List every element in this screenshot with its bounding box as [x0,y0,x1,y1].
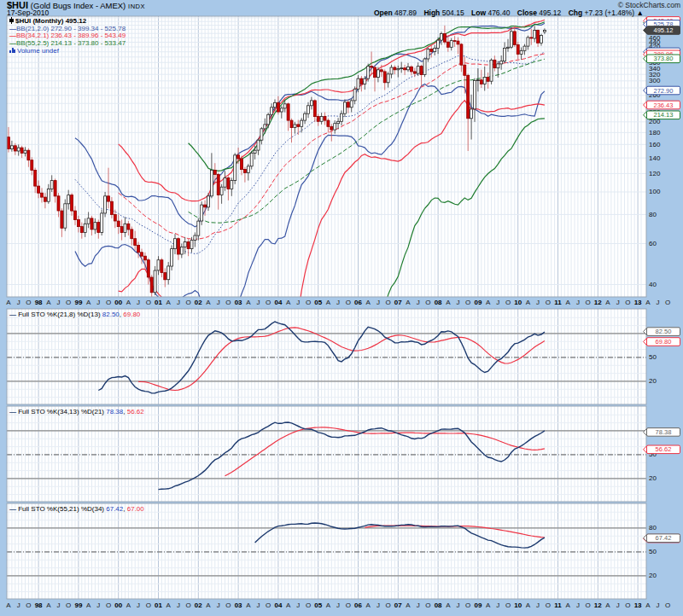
svg-text:A: A [566,601,571,609]
svg-text:J: J [536,601,540,609]
svg-text:J: J [296,299,300,306]
open-value: 487.89 [394,9,417,17]
svg-text:O: O [546,299,551,306]
open-label: Open [374,9,393,17]
stoch3-k-value: 67.42 [106,505,123,513]
svg-text:O: O [505,299,511,306]
svg-text:50: 50 [649,353,657,361]
svg-text:A: A [645,601,651,609]
svg-text:05: 05 [314,299,322,306]
svg-text:20: 20 [649,474,657,482]
svg-text:O: O [425,299,430,306]
svg-text:J: J [377,299,380,306]
svg-text:O: O [346,299,351,306]
svg-text:A: A [166,601,172,609]
svg-text:O: O [185,299,190,306]
svg-text:02: 02 [195,601,202,609]
stoch3-label: Full STO %K(55,21) %D(34) [18,505,104,513]
svg-text:10: 10 [514,601,522,609]
close-label: Close [517,9,537,17]
svg-text:J: J [257,299,260,306]
svg-text:00: 00 [114,601,122,609]
svg-text:O: O [146,601,151,609]
svg-text:J: J [336,601,340,609]
svg-text:J: J [657,601,660,609]
ohlc-quote-row: Open 487.89 High 504.15 Low 476.40 Close… [369,9,644,17]
svg-text:O: O [665,299,670,306]
svg-text:J: J [616,601,620,609]
svg-text:160: 160 [649,141,661,148]
svg-text:05: 05 [314,601,322,609]
close-value: 495.12 [539,9,561,17]
svg-text:J: J [496,601,499,609]
svg-text:O: O [346,601,351,609]
svg-text:09: 09 [474,601,482,609]
svg-text:O: O [26,299,31,306]
svg-text:A: A [366,601,371,609]
svg-text:J: J [137,601,140,609]
svg-text:O: O [665,601,670,609]
svg-text:O: O [266,299,271,306]
svg-text:O: O [585,299,590,306]
svg-text:460: 460 [649,34,661,42]
svg-text:A: A [446,299,451,306]
svg-text:J: J [457,299,460,306]
svg-text:A: A [366,299,371,306]
low-value: 476.40 [487,9,510,17]
svg-text:04: 04 [274,299,282,306]
svg-text:01: 01 [155,299,162,306]
svg-text:J: J [177,299,180,306]
svg-text:495.12: 495.12 [654,26,674,34]
svg-text:J: J [17,601,20,609]
svg-text:A: A [605,299,610,306]
svg-text:98: 98 [35,299,43,306]
svg-text:56.62: 56.62 [656,445,672,453]
svg-text:O: O [66,299,71,306]
svg-text:11: 11 [554,299,562,306]
svg-text:J: J [57,299,61,306]
svg-text:A: A [6,601,11,609]
svg-text:J: J [417,299,420,306]
svg-text:A: A [126,299,131,306]
svg-text:J: J [417,601,420,609]
svg-text:50: 50 [649,548,657,555]
svg-text:O: O [185,601,190,609]
chg-value: +7.23 (+1.48%) [585,9,635,17]
svg-text:08: 08 [435,601,442,609]
stoch-panel3-legend: — Full STO %K(55,21) %D(34) 67.42, 67.00 [9,505,144,513]
volume-icon [9,47,15,53]
svg-text:J: J [616,299,620,306]
svg-text:07: 07 [394,601,402,609]
svg-text:140: 140 [649,154,661,162]
svg-text:373.80: 373.80 [654,55,674,62]
svg-text:236.43: 236.43 [654,102,674,109]
svg-text:02: 02 [195,299,202,306]
svg-text:O: O [385,601,390,609]
svg-text:J: J [657,299,660,306]
svg-text:06: 06 [354,601,362,609]
svg-text:100: 100 [649,188,661,195]
svg-text:120: 120 [649,170,661,177]
svg-text:A: A [126,601,131,609]
svg-text:O: O [225,601,231,609]
svg-text:A: A [46,299,51,306]
stoch2-label: Full STO %K(34,13) %D(21) [18,408,104,416]
svg-text:O: O [146,299,151,306]
low-label: Low [471,9,486,17]
up-arrow-icon: ▲ [637,9,644,17]
svg-text:67.42: 67.42 [656,534,672,542]
svg-text:A: A [566,299,571,306]
svg-text:82.50: 82.50 [656,328,672,335]
svg-text:O: O [385,299,390,306]
exchange-tag: INDX [128,3,145,10]
svg-text:J: J [217,299,220,306]
stockcharts-page: AJO98AJO99AJO00AJO01AJO02AJO03AJO04AJO05… [0,0,683,616]
svg-text:A: A [526,601,531,609]
svg-text:O: O [306,299,311,306]
svg-text:O: O [625,601,630,609]
svg-text:12: 12 [594,601,602,609]
svg-text:J: J [536,299,540,306]
svg-text:20: 20 [649,572,657,579]
chg-label: Chg [569,9,583,17]
svg-text:O: O [465,601,470,609]
